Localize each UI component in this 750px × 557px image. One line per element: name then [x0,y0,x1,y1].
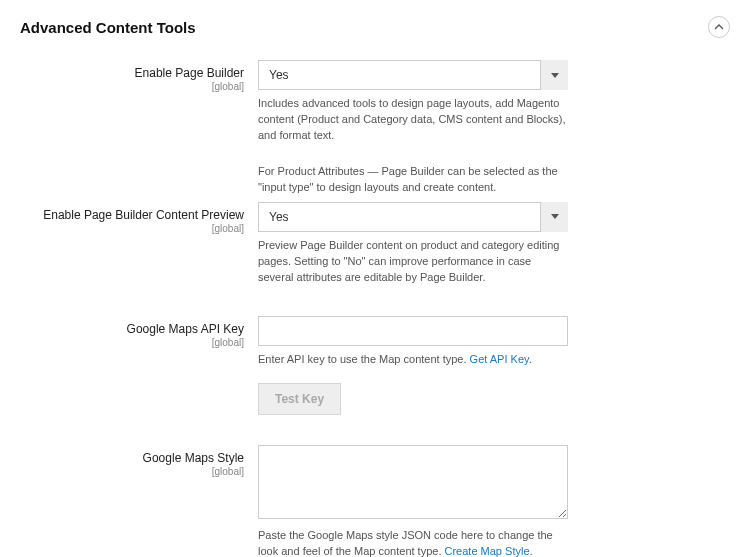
api-key-input[interactable] [258,316,568,346]
test-key-button[interactable]: Test Key [258,383,341,415]
enable-preview-select[interactable]: Yes [258,202,568,232]
chevron-up-icon [714,24,724,30]
collapse-toggle[interactable] [708,16,730,38]
scope-label: [global] [20,466,244,477]
field-note: Enter API key to use the Map content typ… [258,352,568,368]
scope-label: [global] [20,337,244,348]
enable-page-builder-select[interactable]: Yes [258,60,568,90]
field-note: Paste the Google Maps style JSON code he… [258,528,568,557]
section-title: Advanced Content Tools [20,19,196,36]
select-value: Yes [258,202,568,232]
select-value: Yes [258,60,568,90]
maps-style-textarea[interactable] [258,445,568,519]
enable-preview-label: Enable Page Builder Content Preview [43,208,244,222]
field-note: Includes advanced tools to design page l… [258,96,568,144]
enable-page-builder-label: Enable Page Builder [135,66,244,80]
scope-label: [global] [20,223,244,234]
create-map-style-link[interactable]: Create Map Style [445,545,530,557]
scope-label: [global] [20,81,244,92]
get-api-key-link[interactable]: Get API Key [470,353,529,365]
field-note: Preview Page Builder content on product … [258,238,568,286]
field-note: For Product Attributes — Page Builder ca… [258,164,568,196]
api-key-label: Google Maps API Key [127,322,244,336]
maps-style-label: Google Maps Style [143,451,244,465]
